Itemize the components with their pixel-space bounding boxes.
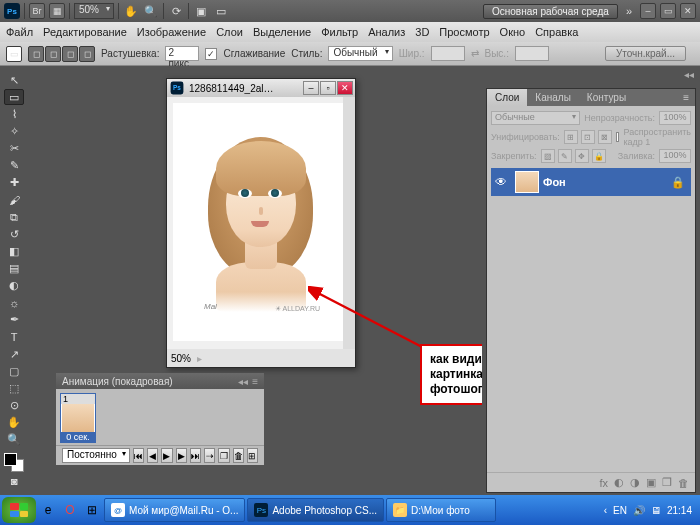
3d-tool-icon[interactable]: ⬚: [4, 380, 24, 396]
minimize-icon[interactable]: –: [640, 3, 656, 19]
panel-collapse-icon[interactable]: ◂◂: [238, 376, 248, 387]
bridge-icon[interactable]: Br: [29, 3, 45, 19]
crop-tool-icon[interactable]: ✂: [4, 141, 24, 157]
intersect-selection-icon[interactable]: ◻: [79, 46, 95, 62]
menu-window[interactable]: Окно: [500, 26, 526, 38]
type-tool-icon[interactable]: T: [4, 329, 24, 345]
image-window-titlebar[interactable]: Ps 1286811449_2alexwert... – ▫ ✕: [167, 79, 355, 97]
move-tool-icon[interactable]: ↖: [4, 72, 24, 88]
fx-icon[interactable]: fx: [599, 477, 608, 489]
tray-volume-icon[interactable]: 🔊: [633, 505, 645, 516]
color-swatches[interactable]: [4, 453, 24, 472]
quicklaunch-ie-icon[interactable]: e: [38, 499, 58, 521]
layer-thumbnail[interactable]: [515, 171, 539, 193]
add-selection-icon[interactable]: ◻: [45, 46, 61, 62]
menu-select[interactable]: Выделение: [253, 26, 311, 38]
new-layer-icon[interactable]: ❐: [662, 476, 672, 489]
clock[interactable]: 21:14: [667, 505, 692, 516]
layer-name[interactable]: Фон: [543, 176, 566, 188]
layer-visibility-icon[interactable]: 👁: [491, 175, 511, 189]
tool-preset-icon[interactable]: ▭: [6, 46, 22, 62]
menu-help[interactable]: Справка: [535, 26, 578, 38]
arrange-docs-icon[interactable]: ▣: [193, 3, 209, 19]
timeline-mode-icon[interactable]: ⊞: [247, 448, 258, 463]
window-minimize-icon[interactable]: –: [303, 81, 319, 95]
feather-input[interactable]: 2 пикс: [165, 46, 199, 61]
stamp-tool-icon[interactable]: ⧉: [4, 209, 24, 225]
eraser-tool-icon[interactable]: ◧: [4, 243, 24, 259]
language-indicator[interactable]: EN: [613, 505, 627, 516]
wand-tool-icon[interactable]: ✧: [4, 123, 24, 139]
menu-image[interactable]: Изображение: [137, 26, 206, 38]
history-brush-tool-icon[interactable]: ↺: [4, 226, 24, 242]
delete-layer-icon[interactable]: 🗑: [678, 477, 689, 489]
channels-tab[interactable]: Каналы: [527, 89, 579, 106]
quicklaunch-desktop-icon[interactable]: ⊞: [82, 499, 102, 521]
new-selection-icon[interactable]: ◻: [28, 46, 44, 62]
next-frame-icon[interactable]: ▶: [176, 448, 187, 463]
workspace-more-icon[interactable]: »: [622, 5, 636, 17]
3d-camera-tool-icon[interactable]: ⊙: [4, 397, 24, 413]
brush-tool-icon[interactable]: 🖌: [4, 192, 24, 208]
dodge-tool-icon[interactable]: ☼: [4, 295, 24, 311]
first-frame-icon[interactable]: ⏮: [133, 448, 144, 463]
start-button[interactable]: [2, 497, 36, 523]
quicklaunch-opera-icon[interactable]: O: [60, 499, 80, 521]
paths-tab[interactable]: Контуры: [579, 89, 634, 106]
menu-file[interactable]: Файл: [6, 26, 33, 38]
menu-3d[interactable]: 3D: [415, 26, 429, 38]
taskbar-item[interactable]: @ Мой мир@Mail.Ru - O...: [104, 498, 245, 522]
marquee-tool-icon[interactable]: ▭: [4, 89, 24, 105]
panel-menu-icon[interactable]: ≡: [677, 89, 695, 106]
group-icon[interactable]: ▣: [646, 476, 656, 489]
path-tool-icon[interactable]: ↗: [4, 346, 24, 362]
prev-frame-icon[interactable]: ◀: [147, 448, 158, 463]
loop-select[interactable]: Постоянно: [62, 448, 130, 463]
quickmask-icon[interactable]: ◙: [4, 473, 24, 489]
maximize-icon[interactable]: ▭: [660, 3, 676, 19]
taskbar-item[interactable]: Ps Adobe Photoshop CS...: [247, 498, 384, 522]
canvas-zoom[interactable]: 50%: [171, 353, 191, 364]
screen-mode-icon[interactable]: ▭: [213, 3, 229, 19]
mask-icon[interactable]: ◐: [614, 476, 624, 489]
pen-tool-icon[interactable]: ✒: [4, 312, 24, 328]
hand-tool-icon[interactable]: ✋: [4, 415, 24, 431]
delete-frame-icon[interactable]: 🗑: [233, 448, 244, 463]
new-frame-icon[interactable]: ❐: [218, 448, 229, 463]
gradient-tool-icon[interactable]: ▤: [4, 260, 24, 276]
window-close-icon[interactable]: ✕: [337, 81, 353, 95]
menu-view[interactable]: Просмотр: [439, 26, 489, 38]
adjustment-icon[interactable]: ◑: [630, 476, 640, 489]
shape-tool-icon[interactable]: ▢: [4, 363, 24, 379]
taskbar-item[interactable]: 📁 D:\Мои фото: [386, 498, 496, 522]
layers-tab[interactable]: Слои: [487, 89, 527, 106]
menu-analysis[interactable]: Анализ: [368, 26, 405, 38]
last-frame-icon[interactable]: ⏭: [190, 448, 201, 463]
panel-menu-icon[interactable]: ≡: [252, 376, 258, 387]
menu-filter[interactable]: Фильтр: [321, 26, 358, 38]
heal-tool-icon[interactable]: ✚: [4, 175, 24, 191]
antialias-checkbox[interactable]: ✓: [205, 48, 217, 60]
style-select[interactable]: Обычный: [328, 46, 392, 61]
lasso-tool-icon[interactable]: ⌇: [4, 106, 24, 122]
play-icon[interactable]: ▶: [161, 448, 172, 463]
dock-collapse-icon[interactable]: ◂◂: [684, 69, 694, 83]
eyedropper-tool-icon[interactable]: ✎: [4, 158, 24, 174]
menu-edit[interactable]: Редактирование: [43, 26, 127, 38]
workspace-switcher[interactable]: Основная рабочая среда: [483, 4, 618, 19]
hand-icon[interactable]: ✋: [123, 3, 139, 19]
menu-layers[interactable]: Слои: [216, 26, 243, 38]
foreground-color-swatch[interactable]: [4, 453, 17, 466]
layer-row[interactable]: 👁 Фон 🔒: [491, 168, 691, 196]
close-app-icon[interactable]: ✕: [680, 3, 696, 19]
window-maximize-icon[interactable]: ▫: [320, 81, 336, 95]
rotate-view-icon[interactable]: ⟳: [168, 3, 184, 19]
frame-delay[interactable]: 0 сек.: [61, 432, 95, 442]
subtract-selection-icon[interactable]: ◻: [62, 46, 78, 62]
tray-network-icon[interactable]: 🖥: [651, 505, 661, 516]
animation-frame[interactable]: 1 0 сек.: [60, 393, 96, 443]
tween-icon[interactable]: ⇢: [204, 448, 215, 463]
blur-tool-icon[interactable]: ◐: [4, 278, 24, 294]
zoom-tool-icon[interactable]: 🔍: [4, 432, 24, 448]
zoom-select[interactable]: 50%: [74, 3, 114, 19]
